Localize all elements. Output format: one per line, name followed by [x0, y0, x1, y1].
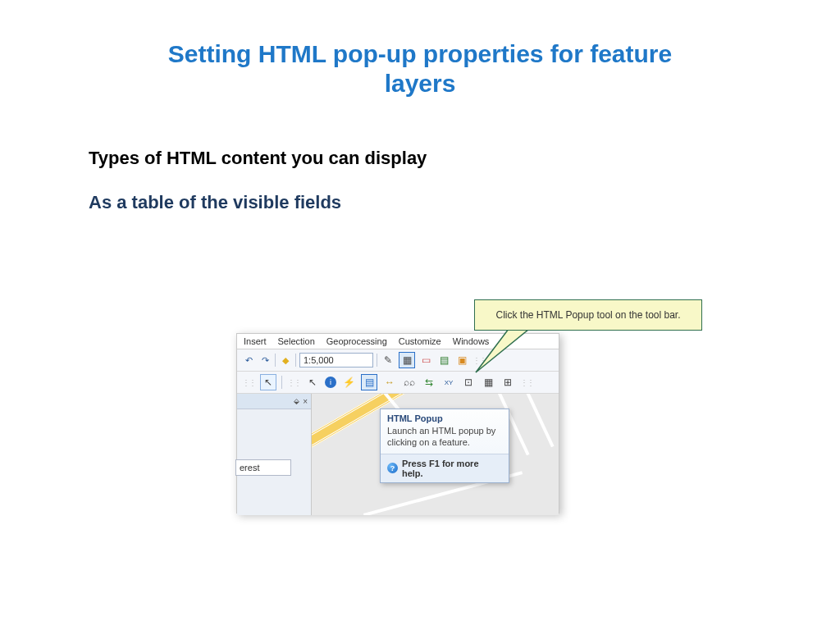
add-data-icon[interactable]: ◆ [279, 354, 292, 367]
pointer-icon[interactable]: ↖ [305, 375, 320, 390]
find-icon[interactable]: ⌕⌕ [402, 375, 417, 390]
toc-header: ⬙ × [237, 394, 311, 409]
toolbar-grip[interactable]: ⋮⋮ [242, 378, 255, 387]
table-icon[interactable]: ▦ [481, 375, 495, 390]
layer-item[interactable]: erest [235, 459, 291, 476]
catalog-icon[interactable]: ▭ [418, 353, 433, 368]
separator [275, 354, 276, 367]
help-icon: ? [387, 463, 398, 473]
close-icon[interactable]: × [303, 397, 308, 406]
viewer-icon[interactable]: ⊞ [500, 375, 515, 390]
tooltip-body: Launch an HTML popup by clicking on a fe… [381, 425, 509, 454]
find-route-icon[interactable]: ⇆ [422, 375, 436, 390]
callout-text: Click the HTML Popup tool on the tool ba… [495, 309, 680, 321]
toc-panel: ⬙ × erest [237, 394, 312, 515]
measure-icon[interactable]: ↔ [382, 375, 397, 390]
html-popup-icon[interactable]: ▤ [361, 374, 377, 390]
callout-tail [463, 327, 529, 377]
tooltip-footer: ? Press F1 for more help. [381, 454, 509, 482]
tooltip-footer-text: Press F1 for more help. [402, 459, 502, 478]
undo-icon[interactable]: ↶ [242, 354, 255, 367]
callout-box: Click the HTML Popup tool on the tool ba… [474, 299, 702, 331]
search-icon[interactable]: ▤ [436, 353, 451, 368]
toolbar-grip[interactable]: ⋮⋮ [520, 378, 533, 387]
separator [295, 354, 296, 367]
separator [377, 354, 377, 367]
select-elements-icon[interactable]: ↖ [260, 374, 276, 390]
menu-customize[interactable]: Customize [399, 336, 441, 346]
toolbar-grip[interactable]: ⋮⋮ [287, 378, 300, 387]
separator [281, 376, 282, 389]
goto-xy-icon[interactable]: XY [441, 375, 456, 390]
time-slider-icon[interactable]: ⊡ [461, 375, 476, 390]
pin-icon[interactable]: ⬙ [294, 397, 299, 405]
editor-icon[interactable]: ✎ [381, 353, 395, 368]
menu-geoprocessing[interactable]: Geoprocessing [326, 336, 387, 346]
toolbox-icon[interactable]: ▦ [399, 352, 415, 368]
slide-subtitle: Types of HTML content you can display [89, 148, 840, 169]
tooltip-title: HTML Popup [381, 409, 509, 425]
svg-marker-0 [476, 329, 529, 372]
menu-selection[interactable]: Selection [278, 336, 315, 346]
menu-insert[interactable]: Insert [244, 336, 267, 346]
scale-input[interactable]: 1:5,000 [299, 353, 373, 368]
identify-icon[interactable]: i [325, 377, 336, 388]
html-popup-tooltip: HTML Popup Launch an HTML popup by click… [380, 409, 509, 483]
section-heading: As a table of the visible fields [89, 192, 840, 213]
slide-title: Setting HTML pop-up properties for featu… [133, 0, 707, 98]
redo-icon[interactable]: ↷ [258, 354, 272, 367]
hyperlink-icon[interactable]: ⚡ [341, 375, 356, 390]
